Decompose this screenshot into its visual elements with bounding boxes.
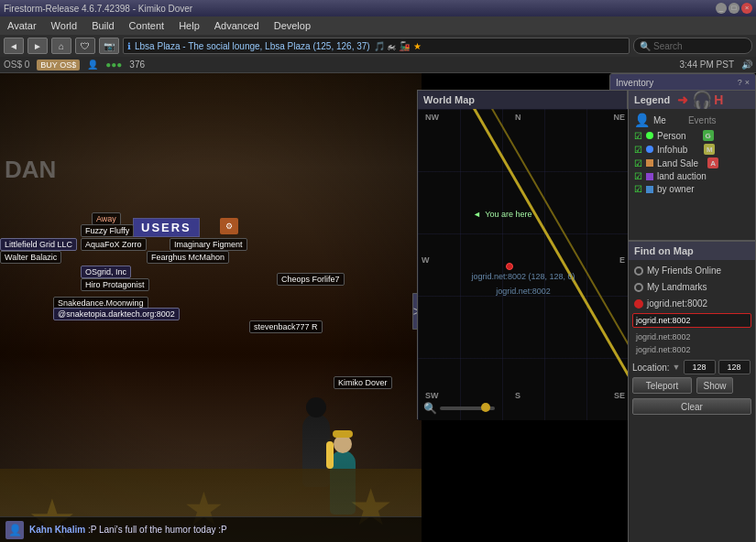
legend-person-label: Person xyxy=(657,131,686,141)
legend-landauction-check[interactable]: ☑ xyxy=(634,171,642,181)
forward-button[interactable]: ► xyxy=(27,38,48,54)
fom-radio-landmarks[interactable] xyxy=(634,283,643,292)
legend-person-dot xyxy=(646,132,653,139)
map-search-icon[interactable]: 🔍 xyxy=(423,402,437,415)
buy-os-button[interactable]: BUY OS$ xyxy=(37,60,80,70)
chat-bar: 👤 Kahn Khalim :P Lani's full of the humo… xyxy=(0,516,422,542)
window-close[interactable]: × xyxy=(741,3,752,14)
compass-e: E xyxy=(619,255,625,265)
fom-radio-jogrid[interactable] xyxy=(634,299,643,309)
fom-x-stepper-down[interactable]: ▼ xyxy=(673,363,681,372)
legend-landauction-label: land auction xyxy=(657,171,707,181)
map-region-coords: jogrid.net:8002 (128, 128, 0) xyxy=(445,272,601,281)
menu-develop[interactable]: Develop xyxy=(270,19,314,32)
legend-event-m: M xyxy=(704,144,715,155)
main-area: USERS ⚙ DAN Away Fuzzy Fluffy Littlefiel… xyxy=(0,73,756,542)
menu-world[interactable]: World xyxy=(48,19,82,32)
legend-me-row: 👤 Me Events xyxy=(634,113,750,127)
compass-n: N xyxy=(515,113,521,122)
fom-radio-friends[interactable] xyxy=(634,266,643,276)
menu-build[interactable]: Build xyxy=(88,19,117,32)
fom-search-row xyxy=(632,313,751,328)
fom-search-input[interactable] xyxy=(632,313,751,328)
legend-body: 👤 Me Events ☑ Person G ☑ Infohub M ☑ Lan… xyxy=(629,109,755,201)
snapshot-button[interactable]: 📷 xyxy=(99,38,119,54)
map-zoom-slider[interactable] xyxy=(440,406,495,410)
menu-bar: Avatar World Build Content Help Advanced… xyxy=(0,16,756,35)
inventory-help[interactable]: ? xyxy=(738,78,742,87)
fom-y-input[interactable] xyxy=(718,360,751,374)
legend-me-face: 👤 xyxy=(634,113,650,127)
map-location-dot xyxy=(506,263,513,270)
volume-icon[interactable]: 🔊 xyxy=(741,60,752,70)
map-region-name: jogrid.net:8002 xyxy=(468,287,578,296)
map-search-bar: 🔍 xyxy=(423,402,495,415)
search-bar[interactable]: 🔍 Search xyxy=(633,38,752,54)
legend-infohub-dot xyxy=(646,146,653,153)
map-road-1 xyxy=(473,109,629,420)
compass-ne: NE xyxy=(613,113,625,122)
chat-avatar: 👤 xyxy=(5,521,24,539)
menu-content[interactable]: Content xyxy=(126,19,169,32)
legend-landsale-row: ☑ Land Sale A xyxy=(634,157,750,168)
fom-result-1[interactable]: jogrid.net:8002 xyxy=(632,331,751,343)
users-count-badge: ⚙ xyxy=(220,218,238,234)
legend-headset-icon: 🎧 xyxy=(692,90,712,110)
inventory-titlebar: Inventory ? × xyxy=(610,74,755,91)
menu-avatar[interactable]: Avatar xyxy=(4,19,40,32)
legend-byowner-label: by owner xyxy=(657,184,695,194)
window-minimize[interactable]: _ xyxy=(716,3,727,14)
find-on-map-body: My Friends Online My Landmarks jogrid.ne… xyxy=(629,260,755,420)
title-bar: Firestorm-Release 4.6.7.42398 - Kimiko D… xyxy=(0,0,756,16)
worldmap-map[interactable]: NW N NE W E SW S SE You are here jogrid.… xyxy=(418,109,629,420)
legend-landsale-check[interactable]: ☑ xyxy=(634,158,642,168)
fom-location-label: Location: xyxy=(632,363,670,373)
legend-events-label: Events xyxy=(688,115,717,125)
find-on-map-panel: Find on Map My Friends Online My Landmar… xyxy=(628,241,756,542)
users-banner: USERS xyxy=(133,218,200,237)
back-button[interactable]: ◄ xyxy=(4,38,24,54)
legend-event-g: G xyxy=(703,130,714,141)
menu-help[interactable]: Help xyxy=(175,19,203,32)
legend-landsale-sq xyxy=(646,159,653,167)
fom-item-friends[interactable]: My Friends Online xyxy=(632,264,751,277)
shield-button[interactable]: 🛡 xyxy=(75,38,95,54)
worldmap-titlebar: World Map xyxy=(418,91,627,109)
fom-x-input[interactable] xyxy=(684,360,716,374)
address-text: Lbsa Plaza - The social lounge, Lbsa Pla… xyxy=(135,41,370,51)
connection-count: 376 xyxy=(129,60,145,70)
legend-me-label: Me xyxy=(653,115,666,125)
favorite-star[interactable]: ★ xyxy=(413,41,422,51)
fom-show-button[interactable]: Show xyxy=(696,377,733,394)
address-bar[interactable]: ℹ Lbsa Plaza - The social lounge, Lbsa P… xyxy=(123,38,630,54)
fom-clear-button[interactable]: Clear xyxy=(632,398,751,415)
addr-icon: ℹ xyxy=(127,41,131,51)
legend-infohub-check[interactable]: ☑ xyxy=(634,145,642,155)
fom-teleport-button[interactable]: Teleport xyxy=(632,377,692,394)
find-on-map-title: Find on Map xyxy=(629,242,755,260)
time-display: 3:44 PM PST xyxy=(680,60,734,70)
compass-s: S xyxy=(515,391,520,400)
legend-byowner-check[interactable]: ☑ xyxy=(634,184,642,194)
legend-event-a: A xyxy=(707,157,718,168)
chat-message: Kahn Khalim :P Lani's full of the humor … xyxy=(29,525,416,535)
inventory-title: Inventory xyxy=(616,78,653,88)
window-maximize[interactable]: □ xyxy=(729,3,740,14)
fom-result-2[interactable]: jogrid.net:8002 xyxy=(632,343,751,356)
legend-landsale-label: Land Sale xyxy=(657,158,698,168)
dan-sign: DAN xyxy=(5,156,56,184)
fom-item-landmarks[interactable]: My Landmarks xyxy=(632,280,751,294)
connection-indicator: ●●● xyxy=(105,60,122,70)
legend-person-check[interactable]: ☑ xyxy=(634,131,642,141)
fom-label-landmarks: My Landmarks xyxy=(647,282,707,292)
home-button[interactable]: ⌂ xyxy=(51,38,71,54)
compass-w: W xyxy=(422,255,430,265)
legend-h-icon: H xyxy=(714,92,723,107)
title-text: Firestorm-Release 4.6.7.42398 - Kimiko D… xyxy=(4,4,192,14)
inventory-close[interactable]: × xyxy=(745,78,750,87)
fom-item-jogrid[interactable]: jogrid.net:8002 xyxy=(632,297,751,310)
game-view[interactable]: USERS ⚙ DAN Away Fuzzy Fluffy Littlefiel… xyxy=(0,73,422,542)
menu-advanced[interactable]: Advanced xyxy=(211,19,263,32)
toolbar: ◄ ► ⌂ 🛡 📷 ℹ Lbsa Plaza - The social loun… xyxy=(0,35,756,57)
fom-label-friends: My Friends Online xyxy=(647,266,721,276)
